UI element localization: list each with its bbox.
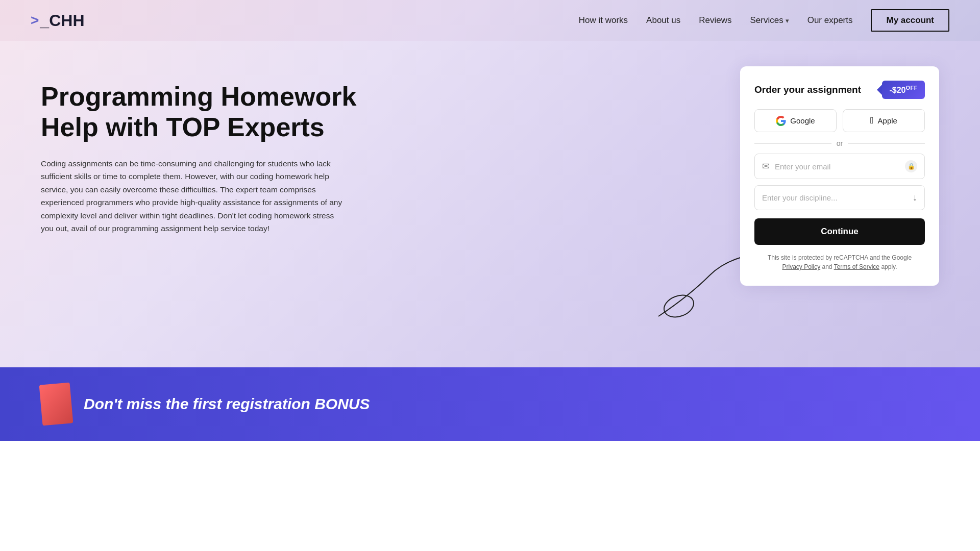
order-card-header: Order your assignment -$20OFF (754, 81, 925, 99)
hero-description: Coding assignments can be time-consuming… (41, 157, 347, 235)
services-dropdown-icon: ▾ (786, 17, 789, 24)
google-login-button[interactable]: Google (754, 109, 837, 132)
hero-section: Programming Homework Help with TOP Exper… (0, 41, 980, 367)
recaptcha-text: This site is protected by reCAPTCHA and … (754, 253, 925, 271)
logo-text: _CHH (40, 11, 84, 30)
bonus-book-icon (39, 383, 74, 426)
privacy-policy-link[interactable]: Privacy Policy (782, 263, 820, 270)
or-divider: or (754, 139, 925, 147)
email-icon: ✉ (762, 161, 770, 172)
hero-content: Programming Homework Help with TOP Exper… (41, 71, 740, 235)
email-field-container: ✉ 🔒 (754, 154, 925, 179)
continue-button[interactable]: Continue (754, 218, 925, 245)
google-icon (776, 116, 786, 126)
main-nav: How it works About us Reviews Services ▾… (579, 9, 949, 32)
order-title: Order your assignment (754, 84, 861, 95)
svg-point-0 (661, 291, 697, 321)
nav-reviews[interactable]: Reviews (699, 15, 731, 26)
social-login-buttons: Google  Apple (754, 109, 925, 132)
nav-our-experts[interactable]: Our experts (807, 15, 853, 26)
recaptcha-icon: 🔒 (905, 160, 917, 172)
bonus-text: Don't miss the first registration BONUS (84, 395, 370, 413)
nav-services[interactable]: Services ▾ (750, 15, 789, 26)
discipline-dropdown-icon: ↓ (913, 192, 917, 203)
email-input[interactable] (775, 162, 900, 171)
header: > _CHH How it works About us Reviews Ser… (0, 0, 980, 41)
bonus-banner: Don't miss the first registration BONUS (0, 367, 980, 441)
hero-title: Programming Homework Help with TOP Exper… (41, 82, 357, 143)
my-account-button[interactable]: My account (871, 9, 949, 32)
apple-icon:  (870, 115, 874, 126)
discount-badge: -$20OFF (882, 81, 925, 99)
nav-about-us[interactable]: About us (646, 15, 680, 26)
terms-of-service-link[interactable]: Terms of Service (834, 263, 879, 270)
discipline-dropdown[interactable]: Enter your discipline... ↓ (754, 185, 925, 210)
order-card: Order your assignment -$20OFF (740, 66, 939, 286)
logo[interactable]: > _CHH (31, 11, 84, 30)
page-wrapper: > _CHH How it works About us Reviews Ser… (0, 0, 980, 551)
apple-login-button[interactable]:  Apple (843, 109, 925, 132)
nav-how-it-works[interactable]: How it works (579, 15, 628, 26)
logo-chevron-icon: > (31, 12, 39, 29)
discipline-placeholder: Enter your discipline... (762, 193, 913, 202)
